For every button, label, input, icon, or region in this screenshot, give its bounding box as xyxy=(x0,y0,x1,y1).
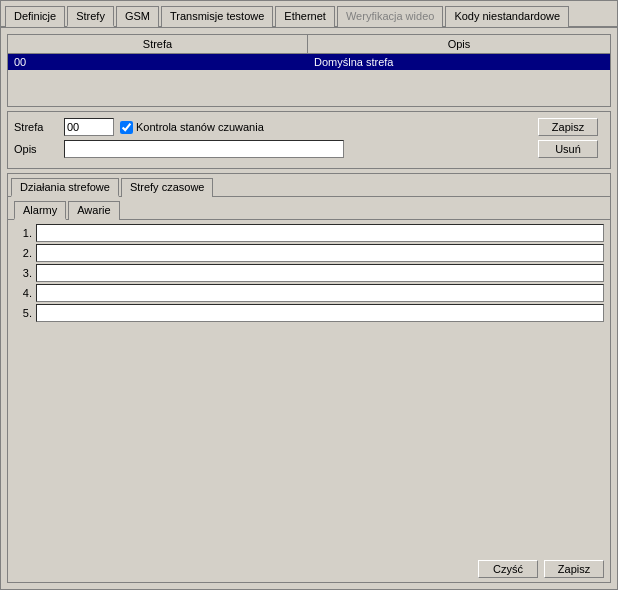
main-tab-bar: Definicje Strefy GSM Transmisje testowe … xyxy=(1,1,617,28)
opis-input[interactable] xyxy=(64,140,344,158)
numbered-input-5[interactable] xyxy=(36,304,604,322)
zones-table-panel: Strefa Opis 00 Domyślna strefa xyxy=(7,34,611,107)
numbered-row-3: 3. xyxy=(14,264,604,282)
numbered-input-2[interactable] xyxy=(36,244,604,262)
table-row[interactable]: 00 Domyślna strefa xyxy=(8,54,610,70)
form-buttons: Zapisz Usuń xyxy=(538,118,598,158)
checkbox-label-text: Kontrola stanów czuwania xyxy=(136,121,264,133)
num-label-5: 5. xyxy=(14,307,32,319)
sub-tab-bar: Działania strefowe Strefy czasowe xyxy=(8,174,610,197)
main-container: Definicje Strefy GSM Transmisje testowe … xyxy=(0,0,618,590)
cell-id: 00 xyxy=(8,54,308,70)
clear-button[interactable]: Czyść xyxy=(478,560,538,578)
save-bottom-button[interactable]: Zapisz xyxy=(544,560,604,578)
tab-awarie[interactable]: Awarie xyxy=(68,201,119,220)
tab-strefy[interactable]: Strefy xyxy=(67,6,114,27)
form-panel: Zapisz Usuń Strefa Kontrola stanów czuwa… xyxy=(7,111,611,169)
content-area: Strefa Opis 00 Domyślna strefa Zapisz Us… xyxy=(1,28,617,589)
table-header: Strefa Opis xyxy=(8,35,610,54)
numbered-input-4[interactable] xyxy=(36,284,604,302)
opis-row: Opis xyxy=(14,140,530,158)
tab-kody-niestandardowe[interactable]: Kody niestandardowe xyxy=(445,6,569,27)
strefa-row: Strefa Kontrola stanów czuwania xyxy=(14,118,530,136)
numbered-row-4: 4. xyxy=(14,284,604,302)
numbered-row-1: 1. xyxy=(14,224,604,242)
num-label-2: 2. xyxy=(14,247,32,259)
col-opis: Opis xyxy=(308,35,610,53)
tab-alarmy[interactable]: Alarmy xyxy=(14,201,66,220)
numbered-inputs-list: 1. 2. 3. 4. 5. xyxy=(8,220,610,556)
table-row-empty2 xyxy=(8,88,610,106)
delete-zone-button[interactable]: Usuń xyxy=(538,140,598,158)
czuwanie-checkbox[interactable] xyxy=(120,121,133,134)
cell-description: Domyślna strefa xyxy=(308,54,610,70)
inner-tab-bar: Alarmy Awarie xyxy=(8,197,610,220)
col-strefa: Strefa xyxy=(8,35,308,53)
numbered-input-1[interactable] xyxy=(36,224,604,242)
opis-label: Opis xyxy=(14,143,64,155)
num-label-3: 3. xyxy=(14,267,32,279)
checkbox-row: Kontrola stanów czuwania xyxy=(120,121,264,134)
tab-ethernet[interactable]: Ethernet xyxy=(275,6,335,27)
save-zone-button[interactable]: Zapisz xyxy=(538,118,598,136)
num-label-4: 4. xyxy=(14,287,32,299)
tab-transmisje-testowe[interactable]: Transmisje testowe xyxy=(161,6,273,27)
tab-definicje[interactable]: Definicje xyxy=(5,6,65,27)
tab-weryfikacja-wideo: Weryfikacja wideo xyxy=(337,6,443,27)
numbered-row-2: 2. xyxy=(14,244,604,262)
tab-gsm[interactable]: GSM xyxy=(116,6,159,27)
numbered-row-5: 5. xyxy=(14,304,604,322)
num-label-1: 1. xyxy=(14,227,32,239)
table-row-empty1 xyxy=(8,70,610,88)
actions-panel: Działania strefowe Strefy czasowe Alarmy… xyxy=(7,173,611,583)
tab-dzialania-strefowe[interactable]: Działania strefowe xyxy=(11,178,119,197)
tab-strefy-czasowe[interactable]: Strefy czasowe xyxy=(121,178,214,197)
bottom-buttons: Czyść Zapisz xyxy=(8,556,610,582)
numbered-input-3[interactable] xyxy=(36,264,604,282)
strefa-input[interactable] xyxy=(64,118,114,136)
strefa-label: Strefa xyxy=(14,121,64,133)
